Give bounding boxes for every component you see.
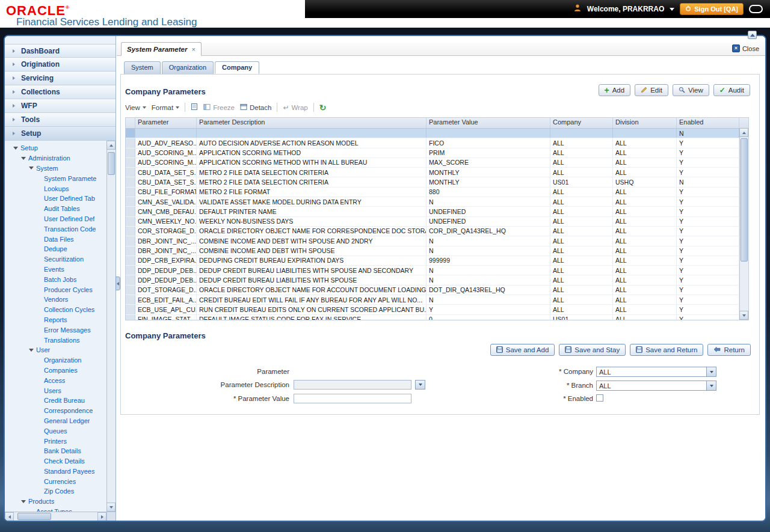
subtab-organization[interactable]: Organization (162, 61, 214, 74)
table-vertical-scrollbar[interactable] (739, 128, 748, 320)
tree-node-data-files[interactable]: Data Files (13, 234, 106, 244)
row-selector[interactable] (126, 177, 135, 186)
tree-expanded-icon[interactable] (29, 349, 34, 352)
sidebar-item-wfp[interactable]: WFP (5, 99, 116, 113)
freeze-button[interactable]: Freeze (203, 103, 235, 112)
tree-node-organization[interactable]: Organization (13, 355, 106, 365)
tree-node-transaction-code[interactable]: Transaction Code (13, 224, 106, 234)
tree-node-user-defined-tab[interactable]: User Defined Tab (13, 194, 106, 204)
table-row[interactable]: CMN_WEEKLY_NO...WEEKLY NON-BUSINESS DAYS… (126, 217, 748, 227)
column-header-parameter-description[interactable]: Parameter Description (197, 118, 427, 128)
save-and-stay-button[interactable]: Save and Stay (559, 344, 626, 356)
table-row[interactable]: CBU_DATA_SET_S...METRO 2 FILE DATA SELEC… (126, 177, 748, 187)
sidebar-item-collections[interactable]: Collections (5, 85, 116, 99)
format-menu[interactable]: Format (152, 104, 179, 111)
tree-expanded-icon[interactable] (21, 157, 26, 160)
tree-node-setup[interactable]: Setup (13, 143, 106, 153)
column-header-enabled[interactable]: Enabled (677, 118, 739, 128)
table-row[interactable]: DDP_DEDUP_DEB...DEDUP CREDIT BUREAU LIAB… (126, 266, 748, 275)
row-selector[interactable] (126, 266, 135, 275)
column-header-division[interactable]: Division (613, 118, 677, 128)
tree-vertical-scrollbar[interactable] (106, 141, 116, 512)
panel-scroll-up-button[interactable] (748, 31, 757, 39)
tree-node-zip-codes[interactable]: Zip Codes (13, 486, 106, 497)
tree-node-bank-details[interactable]: Bank Details (13, 446, 106, 456)
column-header-parameter-value[interactable]: Parameter Value (427, 118, 550, 128)
company-select[interactable]: ALL (596, 367, 716, 377)
tree-scroll-up-button[interactable] (106, 141, 116, 150)
tree-node-correspondence[interactable]: Correspondence (13, 406, 106, 416)
row-selector[interactable] (126, 305, 135, 314)
table-row[interactable]: AUD_SCORING_M...APPLICATION SCORING METH… (126, 148, 748, 158)
table-row[interactable]: DBR_JOINT_INC_...COMBINE INCOME AND DEBT… (126, 236, 748, 246)
tree-expanded-icon[interactable] (21, 500, 26, 503)
row-selector[interactable] (126, 286, 135, 295)
row-selector[interactable] (126, 138, 135, 147)
row-selector[interactable] (126, 236, 135, 245)
table-scroll-down-button[interactable] (739, 311, 748, 320)
row-selector[interactable] (126, 256, 135, 265)
tree-hscroll-track[interactable] (14, 512, 97, 521)
tree-node-standard-payees[interactable]: Standard Payees (13, 466, 106, 477)
column-header-company[interactable]: Company (550, 118, 613, 128)
tree-scrollbar-thumb[interactable] (108, 152, 115, 175)
tree-node-administration[interactable]: Administration (13, 153, 106, 164)
tree-scroll-right-button[interactable] (97, 512, 106, 521)
row-selector[interactable] (126, 148, 135, 157)
tree-node-asset-types[interactable]: Asset Types (13, 507, 106, 512)
tree-node-products[interactable]: Products (13, 497, 106, 507)
tree-node-lookups[interactable]: Lookups (13, 183, 106, 194)
branch-select-button[interactable] (706, 381, 716, 390)
table-row[interactable]: CMN_CMB_DEFAU...DEFAULT PRINTER NAMEUNDE… (126, 207, 748, 216)
tree-node-securitization[interactable]: Securitization (13, 254, 106, 264)
subtab-system[interactable]: System (124, 61, 161, 74)
row-selector[interactable] (126, 129, 135, 138)
row-selector[interactable] (126, 207, 135, 216)
row-selector[interactable] (126, 275, 135, 284)
tree-node-events[interactable]: Events (13, 264, 106, 275)
refresh-icon[interactable]: ↻ (319, 104, 327, 111)
wrap-button[interactable]: ↵ Wrap (283, 103, 307, 112)
table-row[interactable]: DBR_JOINT_INC_...COMBINE INCOME AND DEBT… (126, 246, 748, 256)
sidebar-item-dashboard[interactable]: DashBoard (5, 44, 116, 58)
row-selector[interactable] (126, 188, 135, 197)
tree-node-system[interactable]: System (13, 164, 106, 174)
sidebar-splitter-handle[interactable] (116, 277, 120, 290)
tree-node-audit-tables[interactable]: Audit Tables (13, 204, 106, 214)
tree-hscrollbar-thumb[interactable] (17, 513, 51, 520)
row-selector[interactable] (126, 227, 135, 236)
tree-node-system-paramete[interactable]: System Paramete (13, 173, 106, 183)
table-row[interactable]: AUD_SCORING_M...APPLICATION SCORING METH… (126, 158, 748, 168)
edit-button[interactable]: Edit (635, 84, 668, 96)
table-row[interactable]: ECB_EDIT_FAIL_A...CREDIT BUREAU EDIT WIL… (126, 295, 748, 305)
subtab-company[interactable]: Company (215, 61, 259, 74)
tree-node-batch-jobs[interactable]: Batch Jobs (13, 274, 106, 284)
tree-node-currencies[interactable]: Currencies (13, 476, 106, 486)
sign-out-button[interactable]: Sign Out [QA] (680, 3, 744, 15)
tree-node-reports[interactable]: Reports (13, 315, 106, 325)
row-selector[interactable] (126, 158, 135, 167)
tab-system-parameter[interactable]: System Parameter × (121, 42, 202, 56)
tree-node-printers[interactable]: Printers (13, 436, 106, 446)
sidebar-item-setup[interactable]: Setup (5, 127, 116, 141)
sidebar-item-tools[interactable]: Tools (5, 113, 116, 127)
return-button[interactable]: Return (707, 344, 751, 356)
tree-node-access[interactable]: Access (13, 375, 106, 385)
table-row[interactable]: N (126, 129, 748, 138)
save-and-add-button[interactable]: Save and Add (490, 344, 555, 356)
tree-node-queues[interactable]: Queues (13, 426, 106, 436)
row-selector[interactable] (126, 315, 135, 320)
tree-expanded-icon[interactable] (13, 147, 18, 150)
welcome-dropdown-caret-icon[interactable] (670, 8, 674, 11)
table-row[interactable]: DOT_STORAGE_D...ORACLE DIRECTORY OBJECT … (126, 286, 748, 295)
tree-node-collection-cycles[interactable]: Collection Cycles (13, 305, 106, 315)
tree-node-error-messages[interactable]: Error Messages (13, 325, 106, 335)
parameter-value-input[interactable] (294, 394, 411, 403)
sidebar-item-servicing[interactable]: Servicing (5, 72, 116, 85)
table-row[interactable]: AUD_ADV_REASO...AUTO DECISION ADVERSE AC… (126, 138, 748, 148)
table-row[interactable]: DDP_CRB_EXPIRA...DEDUPING CREDIT BUREAU … (126, 256, 748, 266)
tree-node-vendors[interactable]: Vendors (13, 295, 106, 305)
row-selector[interactable] (126, 295, 135, 304)
table-row[interactable]: CMN_ASE_VALIDA...VALIDATE ASSET MAKE MOD… (126, 197, 748, 207)
tree-node-translations[interactable]: Translations (13, 335, 106, 345)
